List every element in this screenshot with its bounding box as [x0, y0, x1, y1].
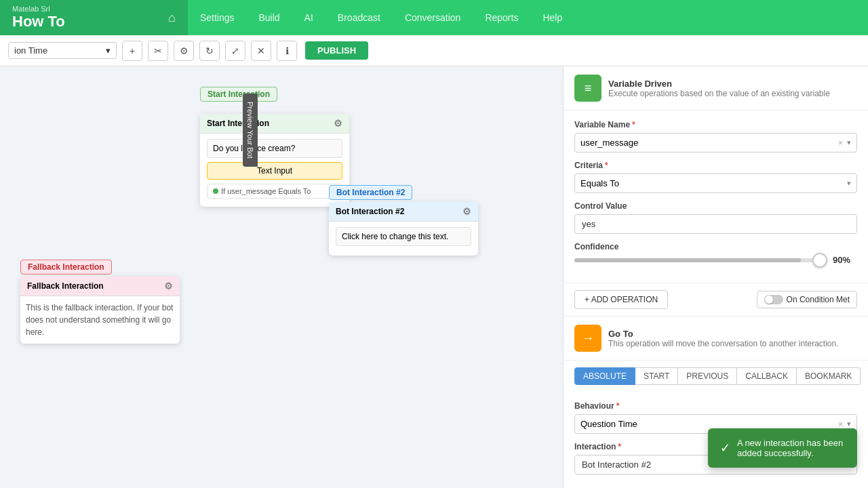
- fallback-node: Fallback Interaction ⚙ This is the fallb…: [20, 277, 180, 344]
- bot-node-gear-icon[interactable]: ⚙: [462, 206, 471, 217]
- preview-bot-tab[interactable]: Preview Your Bot: [243, 94, 258, 167]
- settings-btn[interactable]: ⚙: [174, 41, 194, 61]
- fallback-badge: Fallback Interaction: [20, 260, 112, 274]
- brand-title: How To: [12, 13, 144, 30]
- goto-title: Go To: [608, 329, 839, 339]
- variable-name-section: Variable Name * user_message × ▾ Criteri…: [564, 110, 868, 283]
- bot-interaction-node: Bot Interaction #2 ⚙ Click here to chang…: [329, 202, 478, 256]
- start-node-gear-icon[interactable]: ⚙: [334, 118, 342, 129]
- condition-row: If user_message Equals To: [207, 184, 342, 199]
- main-area: Preview Your Bot Start Interaction Start…: [0, 66, 868, 488]
- add-operation-btn[interactable]: + ADD OPERATION: [574, 290, 668, 309]
- fallback-node-text: This is the fallback interaction. If you…: [20, 296, 180, 344]
- tab-callback[interactable]: CALLBACK: [737, 367, 797, 385]
- behaviour-arrow: ▾: [847, 420, 851, 428]
- var-driven-desc: Execute operations based on the value of…: [608, 89, 830, 98]
- var-driven-header: ≡ Variable Driven Execute operations bas…: [564, 66, 868, 110]
- toast-message: A new interaction has been added success…: [737, 438, 845, 458]
- nav-settings[interactable]: Settings: [188, 0, 247, 35]
- fallback-gear-icon[interactable]: ⚙: [164, 281, 173, 291]
- control-value-row: Control Value: [574, 201, 857, 234]
- slider-thumb[interactable]: [812, 253, 827, 268]
- slider-fill: [574, 258, 801, 262]
- text-input-btn[interactable]: Text Input: [207, 162, 342, 180]
- toolbar: ion Time ▾ + ✂ ⚙ ↻ ⤢ ✕ ℹ PUBLISH: [0, 35, 868, 66]
- nav-broadcast[interactable]: Broadcast: [326, 0, 393, 35]
- confidence-label: Confidence: [574, 242, 857, 251]
- control-value-label: Control Value: [574, 201, 857, 211]
- tab-previous[interactable]: PREVIOUS: [678, 367, 737, 385]
- bot-node-badge: Bot Interaction #2: [329, 185, 412, 200]
- variable-name-row: Variable Name * user_message × ▾: [574, 120, 857, 152]
- bot-node-placeholder[interactable]: Click here to change this text.: [336, 227, 471, 246]
- behaviour-label: Behaviour *: [574, 401, 857, 411]
- flow-selector[interactable]: ion Time ▾: [8, 42, 117, 59]
- control-value-input[interactable]: [574, 214, 857, 234]
- goto-icon: →: [574, 325, 601, 352]
- right-panel: ≡ Variable Driven Execute operations bas…: [563, 66, 868, 488]
- top-nav: Matelab Srl How To ⌂ Settings Build AI B…: [0, 0, 868, 35]
- start-node-body: Do you like ice cream? Text Input If use…: [200, 134, 349, 207]
- confidence-row: Confidence 90%: [574, 242, 857, 265]
- refresh-btn[interactable]: ↻: [199, 41, 220, 61]
- toast-check-icon: ✓: [720, 441, 730, 455]
- info-btn[interactable]: ℹ: [277, 41, 297, 61]
- criteria-select[interactable]: Equals To ▾: [574, 174, 857, 193]
- tab-start[interactable]: START: [635, 367, 678, 385]
- expand-btn[interactable]: ⤢: [225, 41, 245, 61]
- start-interaction-node: Start Interaction ⚙ Do you like ice crea…: [200, 114, 349, 207]
- chevron-down-icon: ▾: [106, 45, 111, 56]
- goto-info: Go To This operation will move the conve…: [608, 329, 839, 348]
- cut-btn[interactable]: ✂: [148, 41, 168, 61]
- nav-ai[interactable]: AI: [292, 0, 326, 35]
- action-row: + ADD OPERATION On Condition Met: [564, 283, 868, 317]
- criteria-arrow: ▾: [847, 179, 851, 188]
- publish-button[interactable]: PUBLISH: [305, 41, 368, 60]
- var-driven-icon: ≡: [574, 75, 601, 102]
- start-node-badge: Start Interaction: [200, 87, 277, 102]
- fallback-node-header: Fallback Interaction ⚙: [20, 277, 180, 296]
- brand-company: Matelab Srl: [12, 5, 144, 13]
- start-node-message: Do you like ice cream?: [207, 139, 342, 158]
- criteria-row: Criteria * Equals To ▾: [574, 161, 857, 193]
- variable-name-label: Variable Name *: [574, 120, 857, 129]
- var-driven-info: Variable Driven Execute operations based…: [608, 79, 830, 98]
- variable-name-select[interactable]: user_message × ▾: [574, 133, 857, 152]
- cond-dot: [213, 188, 218, 194]
- req-star: *: [632, 120, 635, 129]
- nav-reports[interactable]: Reports: [473, 0, 530, 35]
- on-condition-met-btn[interactable]: On Condition Met: [757, 291, 857, 308]
- start-node-header: Start Interaction ⚙: [200, 114, 349, 134]
- add-node-btn[interactable]: +: [122, 41, 142, 61]
- nav-help[interactable]: Help: [530, 0, 574, 35]
- nav-items: ⌂ Settings Build AI Broadcast Conversati…: [156, 0, 574, 35]
- tab-absolute[interactable]: ABSOLUTE: [574, 367, 635, 385]
- canvas[interactable]: Preview Your Bot Start Interaction Start…: [0, 66, 563, 488]
- bot-node-header: Bot Interaction #2 ⚙: [329, 202, 478, 222]
- criteria-label: Criteria *: [574, 161, 857, 170]
- nav-home[interactable]: ⌂: [156, 0, 188, 35]
- goto-desc: This operation will move the conversatio…: [608, 339, 839, 348]
- behaviour-clear[interactable]: ×: [838, 420, 843, 429]
- on-condition-toggle[interactable]: [764, 295, 783, 304]
- nav-build[interactable]: Build: [246, 0, 292, 35]
- variable-name-arrow: ▾: [847, 138, 851, 147]
- nav-conversation[interactable]: Conversation: [393, 0, 473, 35]
- variable-name-clear[interactable]: ×: [838, 138, 843, 148]
- goto-tabs: ABSOLUTE START PREVIOUS CALLBACK BOOKMAR…: [564, 361, 868, 392]
- var-driven-title: Variable Driven: [608, 79, 830, 89]
- toast-notification: ✓ A new interaction has been added succe…: [708, 428, 857, 468]
- brand: Matelab Srl How To: [0, 0, 156, 35]
- confidence-value: 90%: [833, 255, 857, 265]
- confidence-slider-row: 90%: [574, 255, 857, 265]
- tab-bookmark[interactable]: BOOKMARK: [797, 367, 861, 385]
- goto-header: → Go To This operation will move the con…: [564, 317, 868, 361]
- cross-btn[interactable]: ✕: [251, 41, 271, 61]
- slider-track[interactable]: [574, 258, 826, 262]
- bot-node-body: Click here to change this text.: [329, 222, 478, 256]
